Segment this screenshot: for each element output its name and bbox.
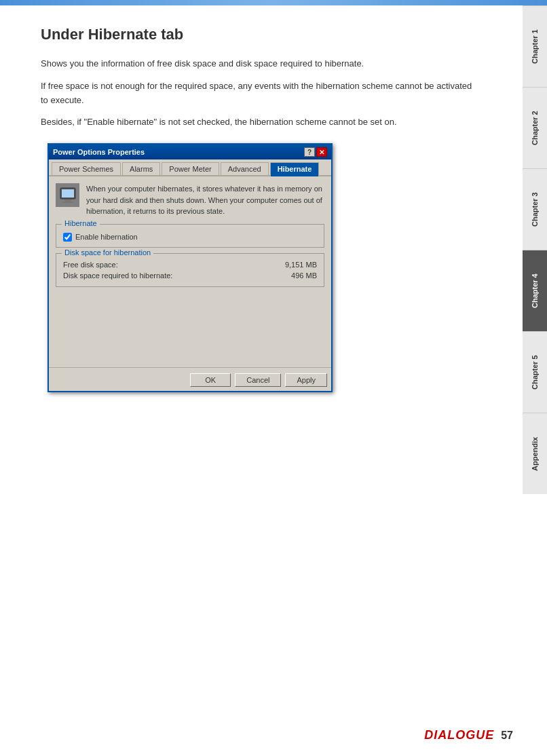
free-disk-row: Free disk space: 9,151 MB (63, 259, 317, 270)
enable-hibernate-row: Enable hibernation (63, 233, 317, 242)
free-disk-label: Free disk space: (63, 261, 118, 269)
empty-area (56, 292, 324, 360)
paragraph-2: If free space is not enough for the requ… (41, 79, 475, 108)
tab-alarms[interactable]: Alarms (122, 162, 160, 175)
dialog-info-text: When your computer hibernates, it stores… (86, 183, 324, 217)
hibernate-group-box: Hibernate Enable hibernation (56, 224, 324, 248)
enable-hibernate-checkbox[interactable] (63, 233, 72, 242)
tab-hibernate[interactable]: Hibernate (270, 162, 320, 176)
svg-rect-1 (62, 189, 74, 197)
paragraph-1: Shows you the information of free disk s… (41, 57, 475, 71)
close-button[interactable]: ✕ (316, 147, 327, 157)
tab-advanced[interactable]: Advanced (221, 162, 269, 175)
sidebar-chapter-4[interactable]: Chapter 4 (523, 250, 547, 331)
paragraph-3: Besides, if "Enable hibernate" is not se… (41, 115, 475, 130)
dialog-window: Power Options Properties ? ✕ Power Schem… (48, 143, 333, 392)
tabs-bar: Power Schemes Alarms Power Meter Advance… (49, 159, 331, 176)
chapter-sidebar: Chapter 1 Chapter 2 Chapter 3 Chapter 4 … (523, 5, 547, 494)
page-number: 57 (501, 730, 513, 742)
hibernate-group-title: Hibernate (62, 219, 100, 227)
tab-power-meter[interactable]: Power Meter (162, 162, 219, 175)
disk-group-title: Disk space for hibernation (62, 248, 153, 257)
titlebar-buttons: ? ✕ (304, 147, 327, 157)
sidebar-chapter-5[interactable]: Chapter 5 (523, 331, 547, 413)
enable-hibernate-label: Enable hibernation (75, 233, 138, 241)
button-row: OK Cancel Apply (49, 367, 331, 391)
sidebar-chapter-1[interactable]: Chapter 1 (523, 5, 547, 87)
cancel-button[interactable]: Cancel (235, 373, 281, 387)
screenshot-container: Power Options Properties ? ✕ Power Schem… (48, 143, 475, 392)
required-disk-value: 496 MB (291, 271, 317, 280)
dialog-title: Power Options Properties (53, 148, 145, 156)
apply-button[interactable]: Apply (285, 373, 327, 387)
main-content: Under Hibernate tab Shows you the inform… (0, 5, 502, 406)
help-button[interactable]: ? (304, 147, 315, 157)
required-disk-row: Disk space required to hibernate: 496 MB (63, 270, 317, 281)
info-section: When your computer hibernates, it stores… (56, 183, 324, 217)
top-decorative-bar (0, 0, 547, 5)
page-footer: DIALOGUE 57 (424, 728, 513, 742)
sidebar-chapter-3[interactable]: Chapter 3 (523, 168, 547, 250)
sidebar-chapter-appendix[interactable]: Appendix (523, 413, 547, 494)
svg-rect-3 (62, 202, 73, 203)
required-disk-label: Disk space required to hibernate: (63, 271, 172, 280)
dialog-body: When your computer hibernates, it stores… (49, 176, 331, 367)
svg-rect-2 (64, 200, 71, 202)
disk-space-group-box: Disk space for hibernation Free disk spa… (56, 253, 324, 287)
hibernate-svg-icon (58, 185, 78, 206)
tab-power-schemes[interactable]: Power Schemes (52, 162, 121, 175)
hibernate-icon (56, 183, 79, 207)
dialog-titlebar: Power Options Properties ? ✕ (49, 145, 331, 159)
ok-button[interactable]: OK (190, 373, 231, 387)
page-heading: Under Hibernate tab (41, 26, 475, 43)
free-disk-value: 9,151 MB (285, 261, 317, 269)
brand-logo: DIALOGUE (424, 728, 494, 742)
sidebar-chapter-2[interactable]: Chapter 2 (523, 87, 547, 168)
